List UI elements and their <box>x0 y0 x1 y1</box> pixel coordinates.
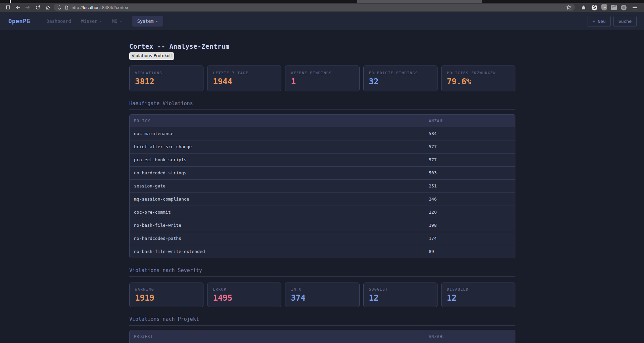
stat-card: LETZTE 7 TAGE 1944 <box>207 66 281 91</box>
s-extension-icon[interactable]: S <box>592 5 597 10</box>
url-bar[interactable]: http://localhost:8484/#cortex <box>54 4 575 11</box>
severity-card: ERROR 1495 <box>207 283 281 307</box>
column-header-projekt: PROJEKT <box>130 330 425 343</box>
stat-card-value: 1944 <box>213 77 276 86</box>
table-header-row: POLICY ANZAHL <box>130 115 515 127</box>
section-heading-top-violations: Haeufigste Violations <box>129 100 515 110</box>
stat-card-label: OFFENE FINDINGS <box>291 71 354 75</box>
column-header-policy: POLICY <box>130 115 425 127</box>
url-text: http://localhost:8484/#cortex <box>72 5 128 10</box>
severity-card-value: 374 <box>291 293 354 303</box>
table-row: brief-after-src-change 577 <box>130 140 515 153</box>
section-heading-severity: Violations nach Severity <box>129 267 515 277</box>
top-violations-table: POLICY ANZAHL doc-maintenance 584 brief-… <box>129 114 515 258</box>
nav-actions: + Neu Suche <box>588 16 637 27</box>
reload-icon[interactable] <box>34 3 42 11</box>
severity-card: DISABLED 12 <box>441 283 515 307</box>
table-row: session-gate 251 <box>130 179 515 192</box>
neu-button[interactable]: + Neu <box>588 16 611 27</box>
chevron-down-icon <box>156 21 158 22</box>
section-heading-projects: Violations nach Projekt <box>129 316 515 326</box>
main-content: Cortex -- Analyse-Zentrum Violations-Pro… <box>129 43 515 343</box>
policy-cell: doc-pre-commit <box>130 206 425 219</box>
table-row: doc-pre-commit 220 <box>130 206 515 219</box>
policy-cell: doc-maintenance <box>130 127 425 140</box>
stat-cards: VIOLATIONS 3812 LETZTE 7 TAGE 1944 OFFEN… <box>129 66 515 91</box>
table-body: doc-maintenance 584 brief-after-src-chan… <box>130 127 515 258</box>
url-host: localhost <box>83 5 101 10</box>
table-row: doc-maintenance 584 <box>130 127 515 140</box>
back-icon[interactable] <box>14 3 22 11</box>
count-cell: 220 <box>425 206 515 219</box>
stat-card-value: 1 <box>291 77 354 86</box>
url-scheme: http:// <box>72 5 83 10</box>
nav-item-label: Dashboard <box>46 18 71 24</box>
home-icon[interactable] <box>44 3 52 11</box>
policy-cell: mq-session-compliance <box>130 193 425 206</box>
browser-tab-strip <box>0 0 644 3</box>
table-row: mq-session-compliance 246 <box>130 192 515 206</box>
table-row: no-hardcoded-strings 503 <box>130 166 515 179</box>
page-icon[interactable] <box>64 5 69 10</box>
table-row: no-bash-file-write 198 <box>130 219 515 232</box>
stat-card: VIOLATIONS 3812 <box>129 66 203 91</box>
extension-toolbar: S UD <box>580 3 639 11</box>
count-cell: 251 <box>425 180 515 192</box>
app-navbar: OpenPG Dashboard Wissen MQ System + Neu … <box>0 12 644 30</box>
extension-icon[interactable] <box>611 5 617 10</box>
stat-card-value: 32 <box>369 77 432 86</box>
stat-card-label: POLICIES ERZWUNGEN <box>447 71 510 75</box>
policy-cell: protect-hook-scripts <box>130 154 425 166</box>
puzzle-icon[interactable] <box>580 3 588 11</box>
suche-button[interactable]: Suche <box>613 16 637 27</box>
stat-card-label: ERLEDIGTE FINDINGS <box>369 71 432 75</box>
count-cell: 503 <box>425 167 515 179</box>
ublock-shield-icon[interactable]: UD <box>601 4 607 10</box>
nav-item-system[interactable]: System <box>132 16 164 27</box>
nav-item-label: Wissen <box>81 18 98 24</box>
count-cell: 584 <box>425 127 515 140</box>
severity-card: WARNING 1919 <box>129 283 203 307</box>
policy-cell: brief-after-src-change <box>130 140 425 153</box>
bookmark-star-icon[interactable] <box>566 5 571 10</box>
url-rest: :8484/#cortex <box>101 5 128 10</box>
policy-cell: no-hardcoded-paths <box>130 232 425 245</box>
count-cell: 246 <box>425 193 515 206</box>
tab-notch <box>10 0 11 3</box>
stat-card: OFFENE FINDINGS 1 <box>285 66 359 91</box>
severity-card-value: 1495 <box>213 293 276 303</box>
stat-card-label: LETZTE 7 TAGE <box>213 71 276 75</box>
severity-card-label: INFO <box>291 287 354 292</box>
severity-card-value: 12 <box>447 293 510 303</box>
count-cell: 577 <box>425 154 515 166</box>
violations-protokoll-badge: Violations-Protokoll <box>129 52 174 60</box>
severity-card-label: SUGGEST <box>369 287 432 292</box>
forward-icon[interactable] <box>24 3 32 11</box>
nav-item-dashboard[interactable]: Dashboard <box>46 18 71 24</box>
shield-icon[interactable] <box>57 5 62 10</box>
window-icon[interactable] <box>4 3 12 11</box>
stat-card: ERLEDIGTE FINDINGS 32 <box>363 66 438 91</box>
table-row: protect-hook-scripts 577 <box>130 153 515 166</box>
stat-card-label: VIOLATIONS <box>135 71 198 75</box>
stat-card: POLICIES ERZWUNGEN 79.6% <box>441 66 515 91</box>
severity-cards: WARNING 1919 ERROR 1495 INFO 374 SUGGEST… <box>129 283 515 307</box>
policy-cell: session-gate <box>130 180 425 192</box>
brand-logo[interactable]: OpenPG <box>8 18 30 25</box>
table-row: no-bash-file-write-extended 89 <box>130 245 515 258</box>
count-cell: 198 <box>425 219 515 232</box>
chevron-down-icon <box>100 21 102 22</box>
severity-card-label: ERROR <box>213 287 276 292</box>
count-cell: 89 <box>425 245 515 258</box>
count-cell: 577 <box>425 140 515 153</box>
severity-card-label: WARNING <box>135 287 198 292</box>
count-cell: 174 <box>425 232 515 245</box>
nav-items: Dashboard Wissen MQ System <box>46 16 163 27</box>
stat-card-value: 3812 <box>135 77 198 86</box>
avatar-icon[interactable] <box>621 5 627 10</box>
nav-item-wissen[interactable]: Wissen <box>81 18 102 24</box>
active-tab-top <box>357 0 482 3</box>
nav-item-mq[interactable]: MQ <box>112 18 122 24</box>
menu-icon[interactable] <box>631 3 639 11</box>
nav-item-label: MQ <box>112 18 117 24</box>
